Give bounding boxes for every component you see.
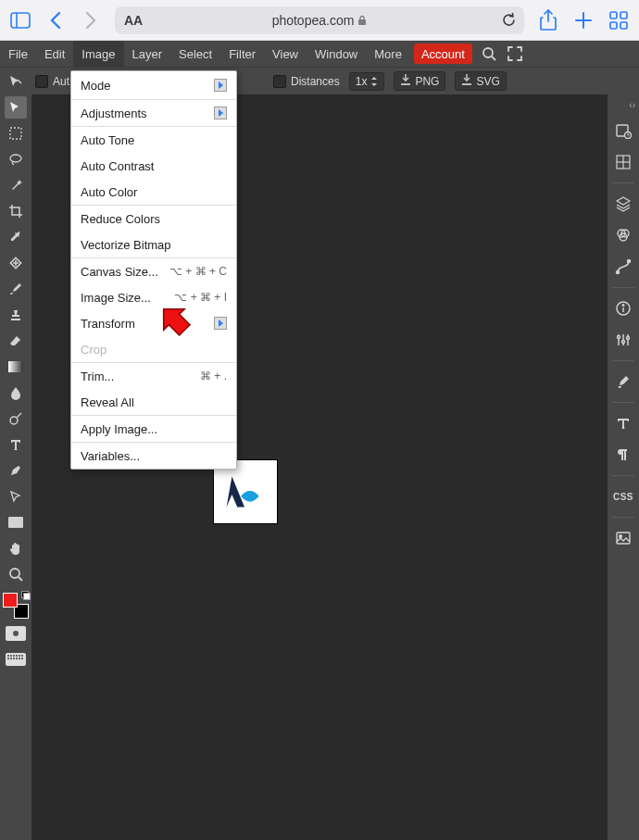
svg-rect-11 xyxy=(401,83,410,85)
menu-auto-color[interactable]: Auto Color xyxy=(71,179,236,205)
history-panel-icon[interactable] xyxy=(612,119,634,142)
paths-panel-icon[interactable] xyxy=(612,256,634,278)
menu-crop: Crop xyxy=(71,336,236,362)
menu-auto-tone[interactable]: Auto Tone xyxy=(71,127,236,153)
distances-checkbox[interactable]: Distances xyxy=(273,75,340,88)
reload-button[interactable] xyxy=(501,12,517,28)
swatches-panel-icon[interactable] xyxy=(612,151,634,173)
menu-account[interactable]: Account xyxy=(414,44,472,64)
move-tool[interactable] xyxy=(5,96,27,119)
svg-point-40 xyxy=(618,336,620,339)
info-panel-icon[interactable] xyxy=(612,297,634,320)
export-svg-button[interactable]: SVG xyxy=(455,71,506,91)
forward-button xyxy=(80,9,102,31)
menu-reduce-colors[interactable]: Reduce Colors xyxy=(71,206,236,232)
menu-reveal-all[interactable]: Reveal All xyxy=(71,389,236,415)
address-bar[interactable]: AA photopea.com xyxy=(115,6,524,34)
stamp-tool[interactable] xyxy=(5,304,27,326)
svg-point-42 xyxy=(627,337,630,340)
menu-more[interactable]: More xyxy=(366,41,410,67)
menu-mode[interactable]: Mode xyxy=(71,71,236,99)
default-colors-icon[interactable] xyxy=(21,591,31,600)
sidebar-toggle-icon[interactable] xyxy=(9,9,31,31)
eyedropper-tool[interactable] xyxy=(5,226,27,248)
wand-tool[interactable] xyxy=(5,174,27,196)
browser-toolbar: AA photopea.com xyxy=(0,0,639,41)
css-panel-icon[interactable]: CSS xyxy=(612,485,634,508)
brush-panel-icon[interactable] xyxy=(612,370,634,393)
menu-image-size[interactable]: Image Size...⌥ + ⌘ + I xyxy=(71,284,236,310)
keyboard-icon[interactable] xyxy=(5,648,27,671)
foreground-color[interactable] xyxy=(3,593,18,608)
svg-point-33 xyxy=(628,260,631,263)
dodge-tool[interactable] xyxy=(5,407,27,430)
shape-tool[interactable] xyxy=(5,511,27,533)
channels-panel-icon[interactable] xyxy=(612,224,634,246)
svg-point-32 xyxy=(617,271,620,274)
svg-point-9 xyxy=(483,48,493,57)
menu-canvas-size[interactable]: Canvas Size...⌥ + ⌘ + C xyxy=(71,258,236,284)
menu-apply-image[interactable]: Apply Image... xyxy=(71,416,236,442)
auto-select-checkbox[interactable]: Aut xyxy=(35,75,69,88)
crop-tool[interactable] xyxy=(5,200,27,222)
lasso-tool[interactable] xyxy=(5,148,27,170)
menu-edit[interactable]: Edit xyxy=(36,41,73,67)
fullscreen-icon[interactable] xyxy=(502,41,528,67)
svg-point-44 xyxy=(620,535,622,538)
address-domain: photopea.com xyxy=(272,13,368,28)
svg-rect-6 xyxy=(620,12,627,19)
svg-point-14 xyxy=(10,155,21,162)
menu-layer[interactable]: Layer xyxy=(124,41,171,67)
character-panel-icon[interactable] xyxy=(612,412,634,434)
svg-rect-21 xyxy=(8,517,23,528)
zoom-select[interactable]: 1x xyxy=(349,72,385,91)
submenu-arrow-icon xyxy=(214,79,227,92)
image-panel-icon[interactable] xyxy=(612,527,634,549)
menu-filter[interactable]: Filter xyxy=(220,41,264,67)
type-tool[interactable] xyxy=(5,433,27,456)
menu-view[interactable]: View xyxy=(264,41,307,67)
quickmask-icon[interactable] xyxy=(5,622,27,645)
hand-tool[interactable] xyxy=(5,537,27,559)
brush-tool[interactable] xyxy=(5,278,27,300)
svg-point-22 xyxy=(10,569,19,578)
menu-trim[interactable]: Trim...⌘ + . xyxy=(71,363,236,389)
menu-select[interactable]: Select xyxy=(170,41,220,67)
gradient-tool[interactable] xyxy=(5,356,27,378)
blur-tool[interactable] xyxy=(5,382,27,404)
menu-adjustments[interactable]: Adjustments xyxy=(71,100,236,126)
back-button[interactable] xyxy=(44,9,67,31)
share-button[interactable] xyxy=(537,9,559,31)
heal-tool[interactable] xyxy=(5,252,27,274)
svg-rect-7 xyxy=(610,22,617,29)
color-swatches[interactable] xyxy=(3,593,29,619)
menu-auto-contrast[interactable]: Auto Contrast xyxy=(71,153,236,179)
path-select-tool[interactable] xyxy=(5,485,27,508)
svg-rect-8 xyxy=(620,22,627,29)
svg-rect-12 xyxy=(462,83,471,85)
zoom-tool[interactable] xyxy=(5,563,27,585)
search-icon[interactable] xyxy=(476,41,502,67)
menu-variables[interactable]: Variables... xyxy=(71,443,236,469)
code-icon[interactable]: ‹› xyxy=(629,100,635,110)
svg-rect-2 xyxy=(358,19,366,25)
reader-aa-button[interactable]: AA xyxy=(124,13,143,28)
svg-rect-5 xyxy=(610,12,617,19)
layers-panel-icon[interactable] xyxy=(612,193,634,215)
menu-file[interactable]: File xyxy=(0,41,36,67)
menu-transform[interactable]: Transform xyxy=(71,310,236,336)
menu-vectorize-bitmap[interactable]: Vectorize Bitmap xyxy=(71,232,236,257)
eraser-tool[interactable] xyxy=(5,330,27,352)
pen-tool[interactable] xyxy=(5,459,27,482)
svg-point-19 xyxy=(10,417,18,424)
new-tab-button[interactable] xyxy=(572,9,595,31)
svg-rect-18 xyxy=(8,361,23,372)
adjust-panel-icon[interactable] xyxy=(612,329,634,351)
paragraph-panel-icon[interactable] xyxy=(612,444,634,466)
tabs-button[interactable] xyxy=(608,9,630,31)
image-menu-dropdown: Mode Adjustments Auto Tone Auto Contrast… xyxy=(70,70,237,470)
marquee-tool[interactable] xyxy=(5,122,27,144)
menu-image[interactable]: Image xyxy=(73,41,123,67)
export-png-button[interactable]: PNG xyxy=(394,71,445,91)
menu-window[interactable]: Window xyxy=(307,41,366,67)
